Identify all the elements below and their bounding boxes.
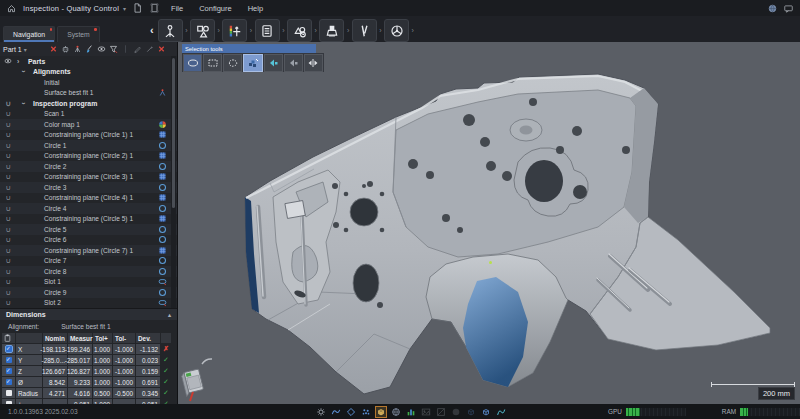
toolbar-expand-chevron-icon[interactable]: › xyxy=(248,27,253,34)
device-icon[interactable] xyxy=(149,3,160,14)
tree-item-slot-1[interactable]: ∪Slot 1 xyxy=(0,277,177,288)
dimensions-header[interactable]: Dimensions ▴ xyxy=(0,308,177,320)
tree-item-scan-1[interactable]: ∪Scan 1 xyxy=(0,109,177,120)
dimension-row-z[interactable]: Z126.667126.8271.000-1.0000.159✓ xyxy=(2,366,175,376)
dimension-row-ø[interactable]: Ø8.5429.2331.000-1.0000.691✓ xyxy=(2,377,175,387)
tree-item-circle-5[interactable]: ∪Circle 5 xyxy=(0,224,177,235)
selection-tools-titlebar[interactable]: Selection tools xyxy=(182,44,316,53)
tree-item-constraining-plane-circle-7-1[interactable]: ∪Constraining plane (Circle 7) 1 xyxy=(0,245,177,256)
tree-item-circle-2[interactable]: ∪Circle 2 xyxy=(0,161,177,172)
delete-x-icon[interactable] xyxy=(49,45,58,54)
toolbar-expand-chevron-icon[interactable]: › xyxy=(184,27,189,34)
wheel-button[interactable] xyxy=(384,19,409,42)
tree-item-initial[interactable]: Initial xyxy=(0,77,177,88)
tree-item-circle-3[interactable]: ∪Circle 3 xyxy=(0,182,177,193)
home-icon[interactable] xyxy=(6,3,17,14)
volumetric-selection-button[interactable] xyxy=(243,54,262,72)
menu-file[interactable]: File xyxy=(166,4,188,13)
timed-features-button[interactable] xyxy=(287,19,312,42)
toolbar-back-chevron-icon[interactable]: ‹ xyxy=(150,25,154,36)
row-checkbox[interactable] xyxy=(2,388,15,398)
filter-funnel-icon[interactable] xyxy=(109,45,118,54)
histogram-icon[interactable] xyxy=(406,407,416,417)
tree-item-parts[interactable]: ›Parts xyxy=(0,56,177,67)
col-tol-minus[interactable]: Tol- xyxy=(113,333,135,343)
spline-curve-icon[interactable] xyxy=(496,407,506,417)
image-icon[interactable] xyxy=(421,407,431,417)
rectangle-selection-button[interactable] xyxy=(203,54,222,72)
row-checkbox[interactable] xyxy=(2,377,15,387)
cube-blue-icon[interactable] xyxy=(481,407,491,417)
alignment-device-icon[interactable] xyxy=(73,45,82,54)
tree-item-constraining-plane-circle-2-1[interactable]: ∪Constraining plane (Circle 2) 1 xyxy=(0,151,177,162)
tree-item-color-map-1[interactable]: ∪Color map 1 xyxy=(0,119,177,130)
tree-item-constraining-plane-circle-4-1[interactable]: ∪Constraining plane (Circle 4) 1 xyxy=(0,193,177,204)
color-map-button[interactable] xyxy=(222,19,247,42)
tree-item-inspection-program[interactable]: ∪›Inspection program xyxy=(0,98,177,109)
mesh-diamond-icon[interactable] xyxy=(346,407,356,417)
snap-cube-icon[interactable] xyxy=(376,407,386,417)
ellipse-selection-button[interactable] xyxy=(183,54,202,72)
col-deviation[interactable]: Dev. xyxy=(136,333,160,343)
eye-icon[interactable] xyxy=(97,45,106,54)
mirror-selection-button[interactable] xyxy=(304,54,323,72)
row-checkbox[interactable] xyxy=(2,344,15,354)
tree-item-circle-4[interactable]: ∪Circle 4 xyxy=(0,203,177,214)
dimension-row-x[interactable]: X-198.113-199.2461.000-1.000-1.132✗ xyxy=(2,344,175,354)
model-3d-firewall-panel[interactable] xyxy=(178,42,800,404)
magic-wand-icon[interactable] xyxy=(145,45,154,54)
tree-item-circle-6[interactable]: ∪Circle 6 xyxy=(0,235,177,246)
tree-item-constraining-plane-circle-5-1[interactable]: ∪Constraining plane (Circle 5) 1 xyxy=(0,214,177,225)
cube-outline-icon[interactable] xyxy=(466,407,476,417)
col-measured[interactable]: Measur xyxy=(68,333,92,343)
sphere-icon[interactable] xyxy=(451,407,461,417)
dimension-row-radius[interactable]: Radius4.2714.6160.500-0.5000.345✓ xyxy=(2,388,175,398)
robot-icon[interactable] xyxy=(61,45,70,54)
tree-item-circle-1[interactable]: ∪Circle 1 xyxy=(0,140,177,151)
section-icon[interactable] xyxy=(436,407,446,417)
toolbar-expand-chevron-icon[interactable]: › xyxy=(281,27,286,34)
expander-expanded-icon[interactable]: › xyxy=(20,102,27,104)
menu-help[interactable]: Help xyxy=(243,4,268,13)
delete-x2-icon[interactable] xyxy=(157,45,166,54)
dimension-row-y[interactable]: Y-285.0...-285.0171.000-1.0000.023✓ xyxy=(2,355,175,365)
tree-item-slot-2[interactable]: ∪Slot 2 xyxy=(0,298,177,309)
flip-selection-cyan-button[interactable] xyxy=(264,54,283,72)
collapse-icon[interactable]: ▴ xyxy=(168,311,171,318)
toolbar-expand-chevron-icon[interactable]: › xyxy=(216,27,221,34)
tab-system[interactable]: System xyxy=(57,26,100,42)
tree-item-constraining-plane-circle-1-1[interactable]: ∪Constraining plane (Circle 1) 1 xyxy=(0,130,177,141)
cleanup-brush-button[interactable] xyxy=(319,19,344,42)
title-caret-icon[interactable]: ▾ xyxy=(123,5,126,12)
paint-brush-icon[interactable] xyxy=(85,45,94,54)
col-nominal[interactable]: Nomin xyxy=(43,333,67,343)
globe-icon[interactable] xyxy=(767,3,778,14)
col-tol-plus[interactable]: Tol+ xyxy=(93,333,112,343)
tree-item-circle-7[interactable]: ∪Circle 7 xyxy=(0,256,177,267)
tree-item-constraining-plane-circle-3-1[interactable]: ∪Constraining plane (Circle 3) 1 xyxy=(0,172,177,183)
tree-scrollbar-thumb[interactable] xyxy=(172,58,175,208)
expander-expanded-icon[interactable]: › xyxy=(20,71,27,73)
row-checkbox[interactable] xyxy=(2,355,15,365)
alignment-tripod-button[interactable] xyxy=(158,19,183,42)
tab-navigation[interactable]: Navigation xyxy=(3,26,55,42)
web-globe-icon[interactable] xyxy=(391,407,401,417)
point-cloud-icon[interactable] xyxy=(361,407,371,417)
caliper-button[interactable] xyxy=(352,19,377,42)
toolbar-expand-chevron-icon[interactable]: › xyxy=(345,27,350,34)
surface-curve-icon[interactable] xyxy=(331,407,341,417)
feedback-chat-icon[interactable] xyxy=(783,3,794,14)
flip-selection-gray-button[interactable] xyxy=(284,54,303,72)
part-caret-icon[interactable]: ▾ xyxy=(24,46,27,53)
viewport-3d[interactable]: Selection tools 200 mm xyxy=(178,42,800,404)
toolbar-expand-chevron-icon[interactable]: › xyxy=(313,27,318,34)
menu-configure[interactable]: Configure xyxy=(194,4,237,13)
toolbar-expand-chevron-icon[interactable]: › xyxy=(410,27,415,34)
toolbar-expand-chevron-icon[interactable]: › xyxy=(378,27,383,34)
tree-item-alignments[interactable]: ›Alignments xyxy=(0,67,177,78)
part-selector[interactable]: Part 1 xyxy=(3,46,22,53)
tree-scrollbar[interactable] xyxy=(171,56,176,308)
feature-shapes-button[interactable] xyxy=(190,19,215,42)
tree-item-circle-8[interactable]: ∪Circle 8 xyxy=(0,266,177,277)
new-document-icon[interactable] xyxy=(132,3,143,14)
